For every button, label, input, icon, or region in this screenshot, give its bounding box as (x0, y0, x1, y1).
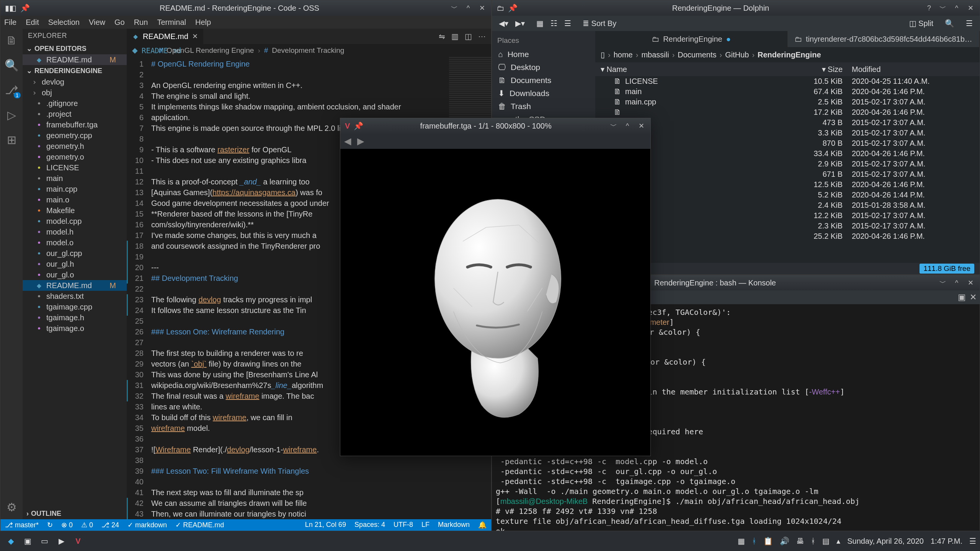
file-row[interactable]: 🗎671 B2015-02-17 3:07 A.M. (595, 169, 980, 179)
status-errors[interactable]: ⊗ 0 (61, 521, 73, 529)
breadcrumb-segment[interactable]: GitHub (725, 51, 749, 59)
status-warnings[interactable]: ⚠ 0 (81, 521, 93, 529)
tree-item[interactable]: •Makefile (23, 205, 127, 216)
dolphin-tab[interactable]: 🗀tinyrenderer-d7c806bc3d598fc54dd446b6c8… (787, 31, 980, 47)
tree-item[interactable]: •main.o (23, 194, 127, 205)
tree-item[interactable]: •our_gl.cpp (23, 248, 127, 259)
iv-next-icon[interactable]: ▶ (357, 136, 364, 147)
file-row[interactable]: 🗎870 B2015-02-17 3:07 A.M. (595, 138, 980, 148)
breadcrumb-root-icon[interactable]: ▯ (601, 50, 605, 59)
back-button[interactable]: ◀▾ (496, 17, 511, 29)
status-sync-icon[interactable]: ↻ (47, 521, 53, 529)
tree-item[interactable]: •tgaimage.h (23, 312, 127, 323)
vscode-close-icon[interactable]: ✕ (477, 3, 487, 13)
tree-item[interactable]: •main (23, 173, 127, 184)
iv-prev-icon[interactable]: ◀ (344, 136, 351, 147)
menu-selection[interactable]: Selection (48, 18, 80, 27)
extensions-icon[interactable]: ⊞ (7, 133, 16, 147)
iv-max-icon[interactable]: ^ (623, 121, 632, 130)
dolphin-tab[interactable]: 🗀RenderingEngine● (595, 31, 787, 47)
split-button[interactable]: ◫ Split (906, 17, 936, 29)
file-row[interactable]: 🗎e.cpp12.2 KiB2015-02-17 3:07 A.M. (595, 210, 980, 221)
tray-network-icon[interactable]: ▤ (822, 536, 830, 546)
menu-view[interactable]: View (89, 18, 105, 27)
status-git-changes[interactable]: ⎇ 24 (101, 521, 119, 529)
file-row[interactable]: 🗎473 B2015-02-17 3:07 A.M. (595, 117, 980, 128)
taskbar-arrow-icon[interactable]: ▶ (54, 534, 68, 548)
file-row[interactable]: 🗎main.cpp2.5 KiB2015-02-17 3:07 A.M. (595, 97, 980, 107)
dolphin-max-icon[interactable]: ^ (952, 3, 961, 13)
pin-icon[interactable]: 📌 (354, 122, 363, 130)
status-lang-check[interactable]: ✓ markdown (127, 521, 167, 529)
pin-icon[interactable]: 📌 (508, 4, 518, 12)
breadcrumb-segment[interactable]: mbassili (641, 51, 669, 59)
tree-item[interactable]: ›devlog (23, 77, 127, 87)
tree-item[interactable]: •.project (23, 109, 127, 119)
tray-bt2-icon[interactable]: ᚼ (811, 537, 815, 546)
open-changes-icon[interactable]: ⇋ (439, 32, 445, 41)
open-editors-header[interactable]: ⌄OPEN EDITORS (23, 43, 127, 54)
tree-item[interactable]: •geometry.cpp (23, 130, 127, 141)
details-view-icon[interactable]: ☰ (561, 17, 574, 29)
menu-run[interactable]: Run (134, 18, 148, 27)
taskbar-terminal-icon[interactable]: ▣ (21, 534, 34, 548)
place-documents[interactable]: 🗎Documents (492, 74, 595, 87)
help-icon[interactable]: ? (924, 3, 934, 13)
status-encoding[interactable]: UTF-8 (394, 521, 413, 529)
tree-item[interactable]: •our_gl.o (23, 269, 127, 280)
new-tab-icon[interactable]: ▣ (958, 292, 966, 302)
file-row[interactable]: 🗎e.h2.3 KiB2015-02-17 3:07 A.M. (595, 221, 980, 231)
menu-terminal[interactable]: Terminal (157, 18, 186, 27)
breadcrumb-segment[interactable]: Documents (678, 51, 716, 59)
taskbar-panel-icon[interactable]: ▭ (38, 534, 51, 548)
menu-go[interactable]: Go (114, 18, 125, 27)
dolphin-breadcrumbs[interactable]: ▯›home›mbassili›Documents›GitHub›Renderi… (595, 47, 980, 62)
tray-expand-icon[interactable]: ▴ (836, 536, 840, 546)
dolphin-min-icon[interactable]: ﹀ (938, 3, 947, 13)
vscode-max-icon[interactable]: ^ (464, 3, 473, 13)
dolphin-close-icon[interactable]: ✕ (966, 3, 975, 13)
project-header[interactable]: ⌄RENDERINGENGINE (23, 65, 127, 77)
compact-view-icon[interactable]: ☷ (547, 17, 560, 29)
status-spaces[interactable]: Spaces: 4 (354, 521, 385, 529)
vscode-min-icon[interactable]: ﹀ (450, 3, 459, 13)
settings-gear-icon[interactable]: ⚙ (7, 500, 17, 514)
outline-header[interactable]: ›OUTLINE (23, 508, 127, 519)
tray-bluetooth-icon[interactable]: ᚼ (752, 537, 756, 546)
show-desktop-icon[interactable]: ☰ (969, 536, 976, 546)
tree-item[interactable]: •tgaimage.o (23, 323, 127, 334)
iv-canvas[interactable] (340, 149, 650, 456)
konsole-close-icon[interactable]: ✕ (966, 278, 975, 287)
file-row[interactable]: 🗎e.o25.2 KiB2020-04-26 1:46 P.M. (595, 231, 980, 241)
tree-item[interactable]: ◆README.mdM (23, 280, 127, 291)
tree-item[interactable]: •LICENSE (23, 162, 127, 173)
tree-item[interactable]: •model.cpp (23, 216, 127, 227)
file-row[interactable]: 🗎33.4 KiB2020-04-26 1:46 P.M. (595, 148, 980, 159)
file-row[interactable]: 🗎12.5 KiB2020-04-26 1:46 P.M. (595, 179, 980, 190)
file-row[interactable]: 🗎LICENSE10.5 KiB2020-04-25 11:40 A.M. (595, 76, 980, 86)
search-button[interactable]: 🔍 (942, 17, 957, 29)
iv-close-icon[interactable]: ✕ (637, 121, 646, 130)
iv-min-icon[interactable]: ﹀ (609, 121, 618, 130)
place-desktop[interactable]: 🖵Desktop (492, 61, 595, 74)
tree-item[interactable]: •our_gl.h (23, 259, 127, 269)
status-file-check[interactable]: ✓ README.md (175, 521, 224, 529)
split-editor-icon[interactable]: ◫ (465, 32, 472, 41)
place-trash[interactable]: 🗑Trash (492, 100, 595, 113)
open-editor-item[interactable]: ◆ README.md M (23, 54, 127, 65)
konsole-min-icon[interactable]: ﹀ (938, 278, 947, 287)
konsole-max-icon[interactable]: ^ (952, 278, 961, 287)
tree-item[interactable]: •main.cpp (23, 184, 127, 194)
scm-icon[interactable]: ⎇ (5, 83, 18, 97)
status-branch[interactable]: ⎇ master* (5, 521, 39, 529)
file-row[interactable]: 🗎p2.9 KiB2015-02-17 3:07 A.M. (595, 159, 980, 169)
tree-item[interactable]: •model.o (23, 237, 127, 248)
file-row[interactable]: 🗎17.2 KiB2020-04-26 1:46 P.M. (595, 107, 980, 117)
tree-item[interactable]: •.gitignore (23, 98, 127, 109)
preview-icon[interactable]: ▥ (451, 32, 459, 41)
debug-icon[interactable]: ▷ (7, 108, 16, 122)
forward-button[interactable]: ▶▾ (512, 17, 528, 29)
icons-view-icon[interactable]: ▦ (533, 17, 547, 29)
search-icon[interactable]: 🔍 (5, 59, 19, 72)
close-tab-icon[interactable]: ✕ (970, 292, 977, 302)
